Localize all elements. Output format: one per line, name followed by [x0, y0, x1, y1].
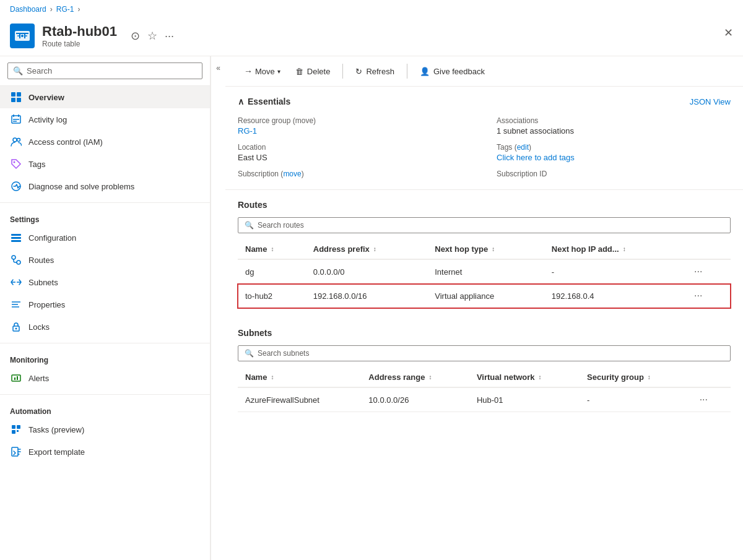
routes-table: Name ↕ Address prefix ↕: [238, 239, 731, 308]
svg-point-11: [13, 138, 17, 142]
sidebar-item-routes[interactable]: Routes: [0, 249, 210, 271]
sort-icon-subnets-vnet[interactable]: ↕: [539, 374, 542, 381]
route-actions-dg: ···: [683, 259, 731, 284]
location-value: East US: [238, 153, 472, 162]
sidebar-item-overview[interactable]: Overview: [0, 86, 210, 108]
breadcrumb-rg[interactable]: RG-1: [56, 5, 74, 14]
subnets-col-virtual-network: Virtual network ↕: [469, 368, 580, 387]
essentials-grid: Resource group (move) RG-1 Associations …: [238, 116, 731, 179]
svg-rect-2: [11, 92, 15, 97]
activity-log-icon: [10, 113, 22, 126]
delete-button[interactable]: 🗑 Delete: [289, 63, 337, 80]
table-row[interactable]: to-hub2 192.168.0.0/16 Virtual appliance…: [238, 284, 731, 308]
sidebar-nav: Overview Acti: [0, 86, 210, 560]
sidebar-item-activity-log[interactable]: Activity log: [0, 108, 210, 131]
sidebar-item-diagnose[interactable]: Diagnose and solve problems: [0, 175, 210, 197]
route-prefix-to-hub2: 192.168.0.0/16: [306, 284, 427, 308]
subnet-name: AzureFirewallSubnet: [238, 387, 361, 412]
refresh-button[interactable]: ↻ Refresh: [349, 63, 401, 80]
sidebar: 🔍 Search: [0, 56, 211, 560]
alerts-icon: [10, 372, 22, 384]
sidebar-item-tags[interactable]: Tags: [0, 153, 210, 175]
tasks-icon: [10, 423, 22, 436]
sidebar-item-export-template[interactable]: Export template: [0, 441, 210, 463]
sidebar-item-locks[interactable]: Locks: [0, 316, 210, 338]
sidebar-item-properties[interactable]: Properties: [0, 293, 210, 316]
subscription-move-link[interactable]: move: [283, 170, 301, 178]
search-input-box[interactable]: 🔍 Search: [7, 62, 202, 79]
close-button[interactable]: ✕: [724, 26, 733, 40]
sort-icon-subnets-sg[interactable]: ↕: [648, 374, 651, 381]
sidebar-item-configuration[interactable]: Configuration: [0, 226, 210, 249]
sort-icon-subnets-range[interactable]: ↕: [428, 374, 432, 381]
route-ellipsis-to-hub2[interactable]: ···: [690, 289, 706, 303]
feedback-icon: 👤: [420, 67, 430, 76]
sidebar-item-access-control[interactable]: Access control (IAM): [0, 131, 210, 153]
routes-col-next-hop-ip: Next hop IP add... ↕: [544, 239, 683, 259]
subnets-col-actions: [689, 368, 731, 387]
subnets-search-box[interactable]: 🔍 Search subnets: [238, 345, 731, 361]
table-row[interactable]: dg 0.0.0.0/0 Internet - ···: [238, 259, 731, 284]
svg-point-13: [14, 162, 15, 163]
sort-icon-next-hop-ip[interactable]: ↕: [623, 246, 626, 252]
resource-group-link[interactable]: RG-1: [238, 126, 257, 136]
move-label: Move: [255, 67, 275, 76]
subnets-table-header: Name ↕ Address range ↕: [238, 368, 731, 387]
associations-value: 1 subnet associations: [497, 126, 731, 136]
svg-rect-17: [11, 240, 21, 242]
subnet-security-group: -: [580, 387, 689, 412]
json-view-link[interactable]: JSON View: [690, 97, 731, 106]
pin-button[interactable]: ⊙: [129, 28, 141, 44]
sidebar-collapse-button[interactable]: «: [211, 56, 225, 560]
routes-search-box[interactable]: 🔍 Search routes: [238, 217, 731, 233]
move-button[interactable]: → Move ▾: [238, 62, 287, 80]
subnet-ellipsis[interactable]: ···: [696, 393, 711, 407]
svg-point-18: [12, 256, 15, 259]
diagnose-icon: [10, 180, 22, 192]
routes-search-placeholder: Search routes: [258, 221, 304, 230]
automation-section-header: Automation: [0, 400, 210, 418]
essentials-section: ∧ Essentials JSON View Resource group (m…: [225, 87, 743, 190]
access-control-icon: [10, 136, 22, 148]
essentials-header: ∧ Essentials JSON View: [238, 97, 731, 106]
sidebar-item-alerts[interactable]: Alerts: [0, 367, 210, 389]
svg-rect-27: [17, 425, 20, 429]
essentials-title: ∧ Essentials: [238, 97, 290, 106]
monitoring-section-header: Monitoring: [0, 348, 210, 367]
header-action-buttons: ⊙ ☆ ···: [129, 28, 175, 44]
sort-icon-next-hop-type[interactable]: ↕: [492, 246, 495, 252]
sidebar-label-configuration: Configuration: [28, 233, 76, 243]
sidebar-label-properties: Properties: [28, 300, 65, 309]
route-ellipsis-dg[interactable]: ···: [690, 265, 706, 278]
favorite-button[interactable]: ☆: [146, 28, 159, 44]
move-chevron-icon: ▾: [277, 68, 280, 75]
sidebar-item-tasks[interactable]: Tasks (preview): [0, 418, 210, 441]
subnets-section: Subnets 🔍 Search subnets Name ↕: [225, 318, 743, 422]
sort-icon-address-prefix[interactable]: ↕: [373, 246, 376, 252]
add-tags-link[interactable]: Click here to add tags: [497, 153, 575, 162]
subnets-col-name: Name ↕: [238, 368, 361, 387]
route-name-dg: dg: [238, 259, 306, 284]
route-hop-type-to-hub2: Virtual appliance: [427, 284, 544, 308]
sort-icon-subnets-name[interactable]: ↕: [271, 374, 274, 381]
breadcrumb-dashboard[interactable]: Dashboard: [10, 5, 46, 14]
subscription-label: Subscription (move): [238, 170, 472, 178]
delete-icon: 🗑: [295, 67, 303, 76]
tags-action-link[interactable]: Click here to add tags: [497, 153, 731, 162]
sort-icon-name[interactable]: ↕: [271, 246, 274, 252]
route-actions-to-hub2: ···: [683, 284, 731, 308]
routes-col-actions: [683, 239, 731, 259]
location-field: Location East US: [238, 143, 472, 162]
sidebar-label-routes: Routes: [28, 256, 54, 265]
associations-label: Associations: [497, 116, 731, 125]
tags-edit-link[interactable]: edit: [517, 143, 529, 152]
tags-icon: [10, 158, 22, 170]
toolbar-divider-2: [407, 64, 407, 79]
svg-point-19: [17, 261, 20, 264]
more-button[interactable]: ···: [163, 28, 175, 44]
feedback-label: Give feedback: [433, 67, 485, 76]
sidebar-item-subnets[interactable]: Subnets: [0, 271, 210, 293]
table-row[interactable]: AzureFirewallSubnet 10.0.0.0/26 Hub-01 -…: [238, 387, 731, 412]
feedback-button[interactable]: 👤 Give feedback: [414, 63, 491, 80]
overview-icon: [10, 91, 22, 103]
